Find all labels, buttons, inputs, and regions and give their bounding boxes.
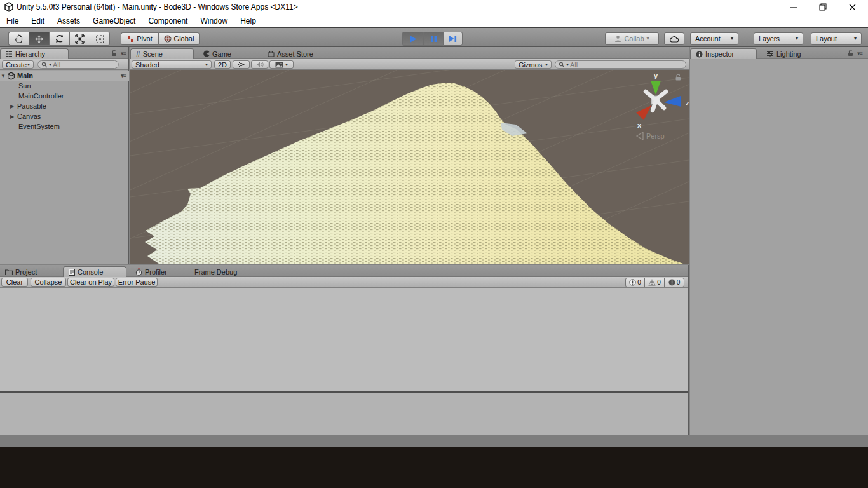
clear-button[interactable]: Clear — [1, 278, 28, 287]
scene-lighting-toggle[interactable] — [233, 60, 250, 69]
asset-store-icon — [268, 50, 275, 57]
lock-icon[interactable] — [848, 50, 853, 57]
tab-profiler[interactable]: Profiler — [130, 266, 172, 277]
item-label: Sun — [18, 82, 31, 90]
fold-closed-icon[interactable]: ▶ — [9, 114, 15, 119]
create-dropdown[interactable]: Create ▾ — [2, 60, 34, 69]
tab-hierarchy[interactable]: Hierarchy — [0, 48, 69, 59]
window-titlebar: Unity 5.5.0f3 Personal (64bit) - Main.un… — [0, 0, 868, 14]
status-bar — [0, 435, 868, 447]
persp-label[interactable]: Persp — [646, 132, 665, 140]
close-button[interactable] — [841, 0, 863, 14]
menu-component[interactable]: Component — [142, 14, 194, 27]
collab-dropdown[interactable]: Collab ▾ — [605, 32, 659, 45]
panel-menu-icon[interactable]: ▾≡ — [121, 50, 126, 57]
menu-assets[interactable]: Assets — [51, 14, 86, 27]
menu-edit[interactable]: Edit — [25, 14, 51, 27]
pause-icon — [430, 35, 437, 43]
global-toggle-button[interactable]: Global — [158, 32, 200, 45]
hierarchy-tab-label: Hierarchy — [15, 50, 45, 58]
hierarchy-item-maincontroller[interactable]: MainController — [0, 91, 129, 101]
console-counters: 0 0 0 — [625, 278, 684, 287]
info-count: 0 — [637, 279, 641, 286]
scene-menu-icon[interactable]: ▾≡ — [121, 72, 126, 79]
scene-root-label: Main — [17, 72, 33, 79]
warning-count-toggle[interactable]: 0 — [645, 278, 665, 287]
console-doc-icon — [69, 269, 75, 276]
panel-menu-icon[interactable]: ▾≡ — [857, 50, 862, 57]
tab-game[interactable]: Game — [198, 48, 236, 59]
step-button[interactable] — [443, 32, 463, 46]
minimize-button[interactable] — [782, 0, 804, 14]
create-caret-icon: ▾ — [27, 62, 30, 67]
hierarchy-list-icon — [6, 51, 13, 57]
hand-tool-button[interactable] — [8, 32, 29, 46]
minimize-icon — [790, 4, 797, 11]
scene-effects-dropdown[interactable]: ▾ — [269, 60, 294, 69]
cloud-icon — [669, 36, 679, 43]
hierarchy-tabbar: Hierarchy ▾≡ — [0, 47, 128, 59]
menu-gameobject[interactable]: GameObject — [86, 14, 142, 27]
tab-lighting[interactable]: Lighting — [761, 48, 806, 59]
layout-caret-icon: ▾ — [854, 36, 857, 41]
restore-button[interactable] — [812, 0, 834, 14]
info-count-toggle[interactable]: 0 — [625, 278, 645, 287]
fold-open-icon[interactable]: ▼ — [0, 73, 6, 79]
error-pause-button[interactable]: Error Pause — [116, 278, 158, 287]
rect-tool-button[interactable] — [90, 32, 110, 46]
hierarchy-item-eventsystem[interactable]: EventSystem — [0, 121, 129, 132]
hierarchy-item-sun[interactable]: Sun — [0, 81, 129, 91]
tab-frame-debug[interactable]: Frame Debug — [189, 266, 242, 277]
scene-audio-toggle[interactable] — [251, 60, 268, 69]
item-label: Pausable — [17, 102, 46, 110]
2d-toggle-button[interactable]: 2D — [214, 60, 231, 69]
hierarchy-search-input[interactable]: ▾ All — [37, 60, 119, 69]
rotate-tool-button[interactable] — [49, 32, 69, 46]
asset-store-tab-label: Asset Store — [277, 50, 313, 58]
hierarchy-item-pausable[interactable]: ▶ Pausable — [0, 101, 129, 111]
search-icon — [41, 62, 48, 68]
2d-label: 2D — [218, 61, 227, 69]
lock-icon[interactable] — [111, 50, 117, 57]
gizmos-dropdown[interactable]: Gizmos ▾ — [515, 60, 552, 69]
scene-tab-label: Scene — [143, 50, 163, 58]
console-panel: Project Console Profiler Frame Debug Cle… — [0, 265, 689, 435]
collapse-button[interactable]: Collapse — [31, 278, 66, 287]
shading-mode-dropdown[interactable]: Shaded ▾ — [132, 60, 212, 69]
pause-button[interactable] — [423, 32, 443, 46]
account-dropdown[interactable]: Account ▾ — [690, 32, 738, 45]
console-log-list[interactable] — [0, 288, 688, 391]
error-count-toggle[interactable]: 0 — [665, 278, 684, 287]
clear-on-play-button[interactable]: Clear on Play — [67, 278, 114, 287]
tab-console[interactable]: Console — [63, 266, 126, 277]
tab-inspector[interactable]: Inspector — [690, 48, 757, 59]
menu-help[interactable]: Help — [234, 14, 262, 27]
move-tool-button[interactable] — [29, 32, 49, 46]
error-count: 0 — [677, 279, 681, 286]
cloud-services-button[interactable] — [664, 32, 684, 45]
hierarchy-root-main[interactable]: ▼ Main ▾≡ — [0, 71, 129, 81]
play-button[interactable] — [402, 32, 423, 46]
fold-closed-icon[interactable]: ▶ — [9, 104, 15, 109]
tab-scene[interactable]: # Scene — [130, 48, 194, 59]
layout-dropdown[interactable]: Layout ▾ — [811, 32, 862, 45]
hierarchy-item-canvas[interactable]: ▶ Canvas — [0, 111, 129, 121]
layers-caret-icon: ▾ — [796, 36, 798, 41]
y-axis-label: y — [654, 72, 658, 79]
scene-viewport[interactable]: y z x Persp — [130, 70, 689, 264]
tab-project[interactable]: Project — [0, 266, 42, 277]
menu-file[interactable]: File — [0, 14, 25, 27]
menu-window[interactable]: Window — [194, 14, 234, 27]
game-icon — [203, 50, 210, 57]
search-icon — [559, 62, 565, 68]
scale-tool-button[interactable] — [69, 32, 90, 46]
console-detail-area[interactable] — [0, 393, 688, 435]
tab-asset-store[interactable]: Asset Store — [262, 48, 318, 59]
item-label: Canvas — [17, 112, 41, 120]
scene-search-input[interactable]: ▾ All — [555, 60, 686, 69]
hierarchy-panel-controls: ▾≡ — [111, 50, 126, 57]
scale-icon — [75, 34, 85, 44]
layers-dropdown[interactable]: Layers ▾ — [754, 32, 803, 45]
collab-label: Collab — [624, 35, 644, 43]
pivot-toggle-button[interactable]: Pivot — [121, 32, 158, 45]
